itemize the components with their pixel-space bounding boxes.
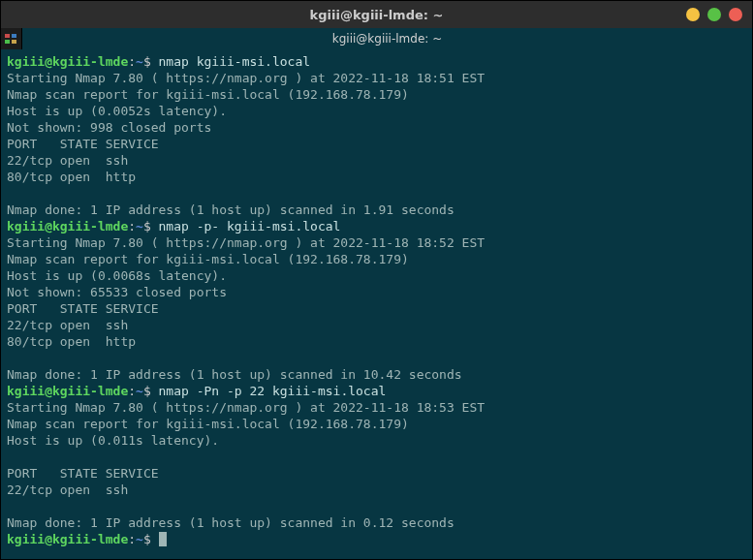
command-text: nmap -p- kgiii-msi.local — [151, 219, 341, 233]
prompt-separator: : — [128, 384, 136, 398]
output-line: Nmap done: 1 IP address (1 host up) scan… — [7, 514, 746, 531]
terminal-window: kgiii@kgiii-lmde: ~ kgiii@kgiii-lmde: ~ … — [0, 0, 753, 560]
prompt-path: ~ — [136, 532, 143, 546]
output-line: Starting Nmap 7.80 ( https://nmap.org ) … — [7, 399, 746, 416]
command-text: nmap -Pn -p 22 kgiii-msi.local — [151, 384, 387, 398]
output-line: Host is up (0.0052s latency). — [7, 103, 746, 119]
new-tab-button[interactable] — [1, 28, 22, 49]
minimize-button[interactable] — [686, 8, 700, 21]
terminal-tabs-icon — [5, 34, 18, 44]
output-line: PORT STATE SERVICE — [7, 465, 746, 482]
output-line — [7, 350, 746, 366]
output-line: 80/tcp open http — [7, 333, 746, 350]
prompt-line: kgiii@kgiii-lmde:~$ — [7, 531, 746, 547]
prompt-path: ~ — [136, 219, 143, 233]
output-line: 22/tcp open ssh — [7, 317, 746, 333]
prompt-separator: : — [128, 219, 136, 233]
prompt-separator: : — [128, 54, 136, 69]
terminal-body[interactable]: kgiii@kgiii-lmde:~$ nmap kgiii-msi.local… — [1, 49, 752, 559]
prompt-dollar: $ — [143, 532, 151, 546]
command-text — [151, 532, 159, 546]
output-line: Not shown: 65533 closed ports — [7, 284, 746, 300]
output-line: Nmap scan report for kgiii-msi.local (19… — [7, 251, 746, 267]
output-line: 22/tcp open ssh — [7, 482, 746, 498]
output-line: Nmap scan report for kgiii-msi.local (19… — [7, 416, 746, 432]
command-text: nmap kgiii-msi.local — [151, 54, 310, 69]
maximize-button[interactable] — [707, 8, 721, 21]
prompt-user-host: kgiii@kgiii-lmde — [7, 532, 128, 546]
prompt-dollar: $ — [143, 384, 151, 398]
prompt-separator: : — [128, 532, 136, 546]
titlebar[interactable]: kgiii@kgiii-lmde: ~ — [1, 1, 752, 28]
prompt-path: ~ — [136, 384, 143, 398]
prompt-user-host: kgiii@kgiii-lmde — [7, 384, 128, 398]
close-button[interactable] — [729, 8, 742, 21]
prompt-user-host: kgiii@kgiii-lmde — [7, 54, 128, 69]
output-line: PORT STATE SERVICE — [7, 136, 746, 152]
output-line: 80/tcp open http — [7, 169, 746, 185]
tab-active[interactable]: kgiii@kgiii-lmde: ~ — [22, 28, 752, 49]
output-line — [7, 449, 746, 465]
prompt-user-host: kgiii@kgiii-lmde — [7, 219, 128, 233]
cursor — [159, 532, 167, 546]
prompt-path: ~ — [136, 54, 143, 69]
prompt-dollar: $ — [143, 219, 151, 233]
output-line: Nmap scan report for kgiii-msi.local (19… — [7, 86, 746, 103]
tab-label: kgiii@kgiii-lmde: ~ — [332, 32, 442, 46]
window-controls — [686, 8, 742, 21]
prompt-line: kgiii@kgiii-lmde:~$ nmap -p- kgiii-msi.l… — [7, 218, 746, 234]
output-line: Host is up (0.0068s latency). — [7, 267, 746, 284]
output-line: Starting Nmap 7.80 ( https://nmap.org ) … — [7, 234, 746, 251]
tab-bar: kgiii@kgiii-lmde: ~ — [1, 28, 752, 49]
output-line — [7, 185, 746, 202]
output-line: Starting Nmap 7.80 ( https://nmap.org ) … — [7, 70, 746, 86]
prompt-dollar: $ — [143, 54, 151, 69]
output-line: Nmap done: 1 IP address (1 host up) scan… — [7, 202, 746, 218]
output-line: PORT STATE SERVICE — [7, 300, 746, 317]
output-line: Not shown: 998 closed ports — [7, 119, 746, 136]
window-title: kgiii@kgiii-lmde: ~ — [310, 8, 444, 22]
output-line: Nmap done: 1 IP address (1 host up) scan… — [7, 366, 746, 383]
output-line: 22/tcp open ssh — [7, 152, 746, 169]
prompt-line: kgiii@kgiii-lmde:~$ nmap -Pn -p 22 kgiii… — [7, 383, 746, 399]
output-line: Host is up (0.011s latency). — [7, 432, 746, 449]
prompt-line: kgiii@kgiii-lmde:~$ nmap kgiii-msi.local — [7, 53, 746, 70]
output-line — [7, 498, 746, 514]
